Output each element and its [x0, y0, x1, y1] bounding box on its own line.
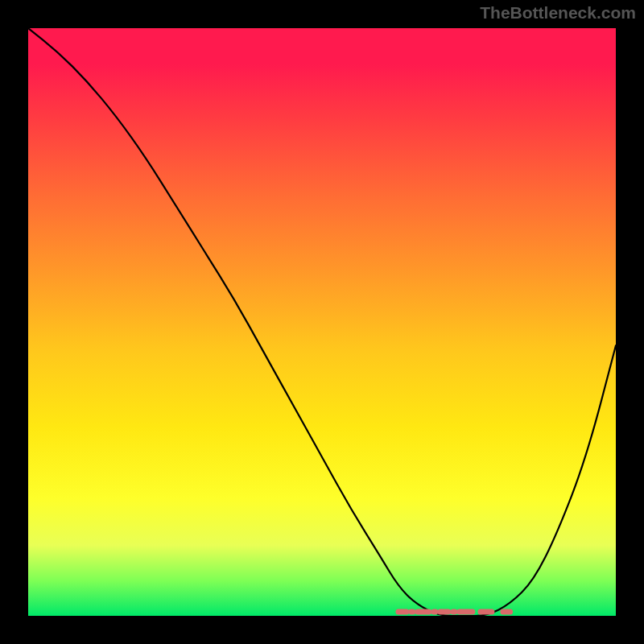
plot-area [28, 28, 616, 616]
watermark-text: TheBottleneck.com [480, 3, 636, 23]
chart-svg [28, 28, 616, 616]
bottleneck-curve [28, 28, 616, 616]
